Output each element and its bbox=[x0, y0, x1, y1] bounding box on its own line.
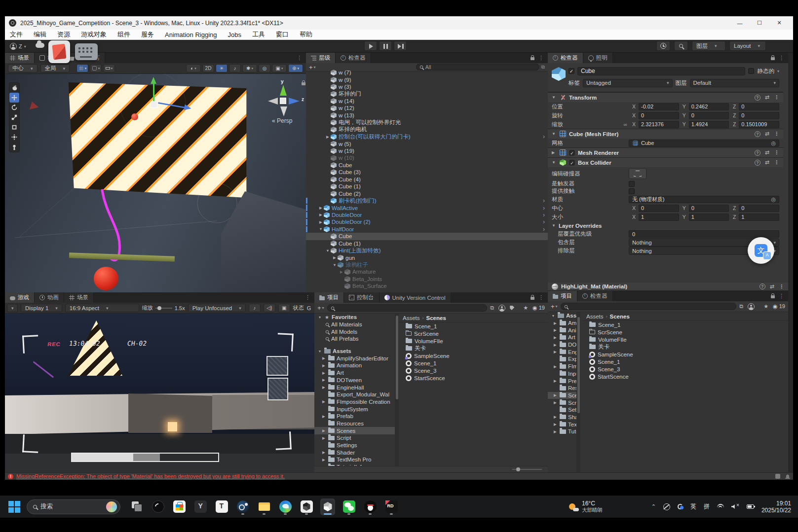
game-view-tab[interactable]: 场景 bbox=[64, 292, 94, 303]
asset-row[interactable]: Scene_1 bbox=[582, 358, 788, 365]
object-picker-icon[interactable]: ◎ bbox=[771, 140, 776, 146]
translate-floating-button[interactable]: 文 bbox=[748, 237, 774, 264]
project-search-input[interactable] bbox=[561, 303, 737, 310]
x-field[interactable]: 1 bbox=[639, 213, 679, 221]
effects-dropdown[interactable]: ✱▾ bbox=[242, 64, 257, 72]
hierarchy-row[interactable]: w (3) › bbox=[306, 83, 548, 90]
asset-row[interactable]: SampleScene bbox=[582, 351, 788, 358]
hierarchy-row[interactable]: 控制台(可以获得大门的门卡) › bbox=[306, 133, 548, 140]
taskbar-app-icon[interactable] bbox=[193, 498, 208, 515]
favorites-star-icon[interactable]: ★ bbox=[763, 303, 768, 310]
hierarchy-row[interactable]: 刷卡机(控制门) › bbox=[306, 197, 548, 204]
lock-icon[interactable] bbox=[771, 57, 775, 60]
help-icon[interactable]: ? bbox=[755, 131, 760, 137]
fullscreen-toggle[interactable]: ▣ bbox=[278, 304, 290, 312]
menu-item[interactable]: 组件 bbox=[117, 30, 130, 39]
gizmo-y-arrow[interactable] bbox=[153, 83, 154, 102]
pane-menu-icon[interactable]: ⋮ bbox=[779, 293, 784, 299]
gizmo-x-handle[interactable] bbox=[131, 113, 138, 120]
hierarchy-row[interactable]: 电闸，可以控制外界灯光 › bbox=[306, 119, 548, 126]
favorite-item[interactable]: All Materials bbox=[314, 321, 395, 328]
hierarchy-row[interactable]: Beta_Surface › bbox=[306, 283, 548, 289]
component-menu-icon[interactable]: ⋮ bbox=[774, 131, 779, 137]
mesh-renderer-header[interactable]: ▶Mesh Renderer ?⇄⋮ bbox=[548, 148, 783, 157]
tray-expand-icon[interactable]: ⌃ bbox=[651, 503, 656, 510]
assets-root[interactable]: ▼Assets bbox=[548, 312, 576, 319]
hierarchy-row[interactable]: HalfDoor › bbox=[306, 226, 548, 233]
gizmos-toggle[interactable]: G bbox=[307, 305, 311, 311]
hierarchy-row[interactable]: w (14) › bbox=[306, 98, 548, 105]
y-field[interactable]: 0 bbox=[689, 205, 729, 212]
project-folder-row[interactable]: Shader bbox=[548, 414, 576, 421]
hierarchy-row[interactable]: Hint(上面加特效) › bbox=[306, 247, 548, 254]
hierarchy-row[interactable]: w (7) › bbox=[306, 69, 548, 76]
menu-item[interactable]: 资源 bbox=[57, 30, 70, 39]
active-checkbox[interactable] bbox=[569, 68, 574, 74]
component-enabled-checkbox[interactable] bbox=[570, 160, 575, 165]
y-field[interactable]: 1 bbox=[689, 213, 729, 221]
pane-menu-icon[interactable]: ⋮ bbox=[305, 294, 310, 301]
project-tree-scrollbar[interactable] bbox=[395, 314, 399, 466]
x-field[interactable]: 2.321376 bbox=[639, 121, 679, 128]
thumbnail-zoom-slider[interactable] bbox=[512, 469, 542, 470]
volume-icon[interactable]: ◁) bbox=[264, 304, 275, 312]
game-view-tab[interactable]: 动画 bbox=[35, 292, 64, 303]
move-snap-toggle[interactable]: ▾ bbox=[90, 64, 102, 72]
favorites-star-icon[interactable]: ★ bbox=[523, 305, 528, 311]
hierarchy-tab[interactable]: 层级 bbox=[306, 53, 336, 63]
hierarchy-row[interactable]: Cube › bbox=[306, 162, 548, 169]
red-sphere-object[interactable] bbox=[94, 267, 118, 290]
project-folder-row[interactable]: Art bbox=[314, 369, 395, 377]
notification-bell-icon[interactable] bbox=[785, 474, 790, 479]
axis-center-icon[interactable] bbox=[280, 98, 286, 104]
z-field[interactable]: 1 bbox=[739, 213, 779, 221]
audio-toggle[interactable]: ♪ bbox=[229, 64, 241, 72]
project-folder-row[interactable]: Shader bbox=[314, 449, 395, 456]
process-icon[interactable] bbox=[775, 474, 780, 479]
scene-visibility-toggle[interactable]: ◎ bbox=[259, 64, 270, 72]
help-icon[interactable]: ? bbox=[755, 150, 760, 156]
presets-icon[interactable]: ⇄ bbox=[765, 159, 769, 166]
shading-mode-dropdown[interactable]: ◐▾ bbox=[186, 64, 201, 72]
gizmo-lock-icon[interactable] bbox=[302, 82, 305, 85]
asset-row[interactable]: StartScence bbox=[399, 374, 548, 382]
account-dropdown[interactable]: Z▾ bbox=[10, 41, 26, 51]
prefab-chevron-icon[interactable]: › bbox=[543, 133, 545, 140]
hierarchy-row[interactable]: w (5) › bbox=[306, 140, 548, 147]
help-icon[interactable]: ? bbox=[760, 284, 765, 289]
hierarchy-row[interactable]: Cube (4) › bbox=[306, 176, 548, 183]
hierarchy-row[interactable]: w (13) › bbox=[306, 112, 548, 119]
grid-snap-toggle[interactable]: ▾ bbox=[76, 64, 88, 72]
scene-view-tab[interactable]: 场景 bbox=[5, 53, 35, 63]
lock-icon[interactable] bbox=[531, 57, 534, 60]
ime-mode-button[interactable]: 拼 bbox=[704, 502, 710, 511]
asset-row[interactable]: Scene_1 bbox=[399, 359, 548, 367]
asset-row[interactable]: StartScence bbox=[582, 373, 788, 380]
x-field[interactable]: 0 bbox=[639, 112, 679, 119]
taskbar-app-icon[interactable] bbox=[172, 498, 187, 515]
project-folder-row[interactable]: EngineHall bbox=[314, 384, 395, 391]
hierarchy-row[interactable]: Cube (1) › bbox=[306, 240, 548, 247]
custom-tool-button[interactable] bbox=[9, 142, 19, 152]
hierarchy-row[interactable]: Cube (1) › bbox=[306, 183, 548, 190]
transform-tool-button[interactable] bbox=[9, 132, 19, 142]
taskbar-search[interactable]: 搜索 bbox=[27, 499, 120, 514]
view-tool-button[interactable] bbox=[9, 83, 19, 93]
project-folder-row[interactable]: Settings bbox=[314, 442, 395, 449]
project-folder-row[interactable]: Prefab bbox=[548, 377, 576, 385]
hierarchy-row[interactable]: Cube (2) › bbox=[306, 190, 548, 197]
privacy-icon[interactable] bbox=[663, 503, 670, 510]
project-folder-row[interactable]: Resources bbox=[548, 385, 576, 392]
game-view-tab[interactable]: 游戏 bbox=[5, 292, 35, 303]
rect-tool-button[interactable] bbox=[9, 122, 19, 132]
breadcrumb[interactable]: Assets›Scenes bbox=[399, 314, 548, 322]
project-folder-row[interactable]: Animation bbox=[314, 362, 395, 369]
search-button[interactable] bbox=[674, 41, 688, 51]
pane-menu-icon[interactable]: ⋮ bbox=[538, 294, 544, 301]
taskbar-clock[interactable]: 19:01 2025/10/22 bbox=[761, 500, 791, 514]
project-folder-row[interactable]: TutorialInfo bbox=[548, 428, 576, 435]
help-icon[interactable]: ? bbox=[755, 160, 760, 166]
priority-field[interactable]: 0 bbox=[629, 230, 779, 238]
asset-row[interactable]: VolumeFIle bbox=[582, 336, 788, 343]
maximize-button[interactable]: ☐ bbox=[750, 16, 769, 30]
